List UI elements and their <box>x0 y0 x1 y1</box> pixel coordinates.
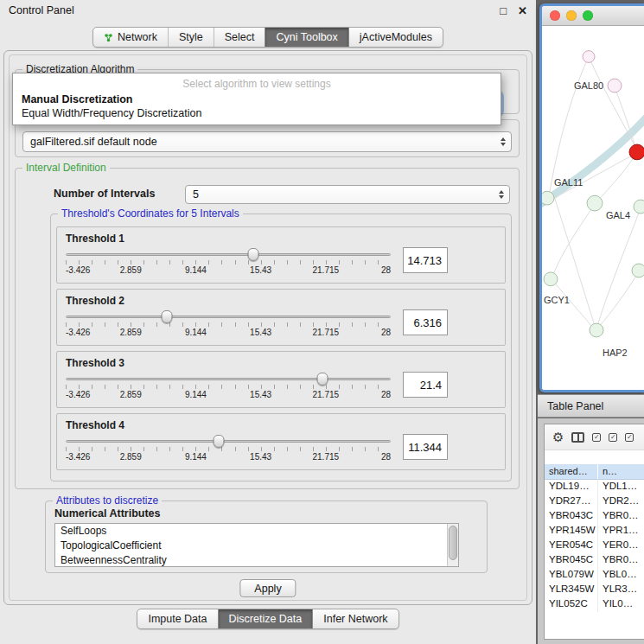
slider-track[interactable] <box>66 378 391 380</box>
column-header-name[interactable]: n… <box>598 464 644 480</box>
control-panel-window: Control Panel □ ✕ Network Style Select C… <box>0 0 536 644</box>
table-cell: YER054C <box>545 539 598 553</box>
tab-label: Infer Network <box>323 613 387 625</box>
close-icon[interactable]: ✕ <box>518 4 527 17</box>
list-item[interactable]: BetweennessCentrality <box>55 553 458 567</box>
close-traffic-light[interactable] <box>550 10 560 21</box>
table-row[interactable]: YBL079WYBL0… <box>545 568 644 583</box>
network-edges <box>542 56 644 327</box>
list-scrollbar[interactable] <box>447 524 458 566</box>
checkbox-icon[interactable]: ✓ <box>592 433 601 442</box>
table-row[interactable]: YDL19…YDL1… <box>545 480 644 494</box>
tab-style[interactable]: Style <box>168 28 214 47</box>
network-node-label: GAL80 <box>574 80 603 91</box>
list-item[interactable]: TopologicalCoefficient <box>55 539 458 553</box>
column-header-shared-name[interactable]: shared… <box>545 464 598 480</box>
scale-label: 2.859 <box>120 452 142 462</box>
network-node[interactable] <box>634 200 644 214</box>
table-row[interactable]: YDR27…YDR2… <box>545 494 644 509</box>
control-panel-titlebar: Control Panel □ ✕ <box>0 0 536 21</box>
table-rows: YDL19…YDL1…YDR27…YDR2…YBR043CYBR0…YPR145… <box>545 480 644 612</box>
network-view-window: GAL80GAL11GAL4GCY1HAP2 <box>539 3 644 392</box>
table-cell: YBR0… <box>598 553 644 568</box>
slider-thumb[interactable] <box>317 373 328 386</box>
scale-label: -3.426 <box>66 390 90 399</box>
network-canvas[interactable]: GAL80GAL11GAL4GCY1HAP2 <box>542 26 644 390</box>
number-of-intervals-combobox[interactable]: 5 <box>185 185 510 204</box>
checkbox-icon[interactable]: ✓ <box>625 433 634 442</box>
table-cell: YDL19… <box>545 480 598 494</box>
threshold-panel: Threshold 2 -3.4262.8599.14415.4321.7152… <box>56 289 506 346</box>
table-row[interactable]: YER054CYER0… <box>545 539 644 553</box>
threshold-value-field[interactable] <box>403 309 448 335</box>
group-title: Threshold's Coordinates for 5 Intervals <box>58 207 243 220</box>
gear-icon[interactable]: ⚙ <box>552 430 564 443</box>
table-cell: YPR1… <box>598 524 644 539</box>
slider-scale: -3.4262.8599.14415.4321.71528 <box>66 265 391 276</box>
numerical-attributes-list[interactable]: SelfLoopsTopologicalCoefficientBetweenne… <box>54 523 459 567</box>
threshold-value-field[interactable] <box>403 434 448 460</box>
table-toolbar: ⚙ ✓ ✓ ✓ <box>545 424 644 450</box>
zoom-traffic-light[interactable] <box>583 10 593 21</box>
apply-button[interactable]: Apply <box>239 579 296 597</box>
tab-select[interactable]: Select <box>214 28 265 47</box>
table-cell: YPR145W <box>545 524 598 539</box>
tab-discretize-data[interactable]: Discretize Data <box>218 609 313 628</box>
dropdown-option-equal-width[interactable]: Equal Width/Frequency Discretization <box>13 106 501 120</box>
table-cell: YBR043C <box>545 509 598 524</box>
combobox-value: 5 <box>193 188 199 201</box>
threshold-value-field[interactable] <box>403 247 448 273</box>
threshold-slider[interactable]: -3.4262.8599.14415.4321.71528 <box>66 309 391 341</box>
numerical-attributes-label: Numerical Attributes <box>54 507 160 520</box>
group-title: Attributes to discretize <box>53 494 162 507</box>
network-node[interactable] <box>544 272 558 286</box>
slider-track[interactable] <box>66 253 391 256</box>
network-node[interactable] <box>608 79 622 92</box>
tab-cyni-toolbox[interactable]: Cyni Toolbox <box>265 28 348 47</box>
table-row[interactable]: YPR145WYPR1… <box>545 524 644 539</box>
threshold-slider[interactable]: -3.4262.8599.14415.4321.71528 <box>66 434 391 465</box>
thresholds-group: Threshold's Coordinates for 5 Intervals … <box>50 214 512 481</box>
slider-track[interactable] <box>66 316 391 318</box>
tab-network[interactable]: Network <box>93 28 168 47</box>
table-data-combobox[interactable]: galFiltered.sif default node <box>22 131 512 152</box>
discretize-settings-panel: Discretization Algorithm Select algorith… <box>9 54 527 601</box>
table-row[interactable]: YBR045CYBR0… <box>545 553 644 568</box>
network-node[interactable] <box>632 264 644 277</box>
tab-infer-network[interactable]: Infer Network <box>312 609 398 628</box>
list-item[interactable]: SelfLoops <box>55 524 458 539</box>
threshold-slider[interactable]: -3.4262.8599.14415.4321.71528 <box>66 247 391 278</box>
node-table: ⚙ ✓ ✓ ✓ shared… n… YDL19…YDL1…YDR27…YDR2… <box>544 424 644 640</box>
threshold-panel: Threshold 4 -3.4262.8599.14415.4321.7152… <box>56 413 506 470</box>
slider-thumb[interactable] <box>248 248 259 261</box>
bottom-tab-bar: Impute Data Discretize Data Infer Networ… <box>0 609 536 629</box>
minimize-traffic-light[interactable] <box>566 10 577 21</box>
checkbox-icon[interactable]: ✓ <box>609 433 617 442</box>
threshold-slider[interactable]: -3.4262.8599.14415.4321.71528 <box>66 372 391 403</box>
scale-label: 21.715 <box>313 265 340 275</box>
network-node[interactable] <box>542 191 554 205</box>
network-node[interactable] <box>587 195 603 211</box>
tab-impute-data[interactable]: Impute Data <box>137 609 217 628</box>
restore-icon[interactable]: □ <box>500 4 507 17</box>
slider-scale: -3.4262.8599.14415.4321.71528 <box>66 390 391 400</box>
slider-thumb[interactable] <box>213 435 224 448</box>
threshold-panel: Threshold 1 -3.4262.8599.14415.4321.7152… <box>56 226 506 284</box>
threshold-panel: Threshold 3 -3.4262.8599.14415.4321.7152… <box>56 351 506 408</box>
threshold-value-field[interactable] <box>403 372 448 398</box>
table-row[interactable]: YIL052CYIL0… <box>545 597 644 612</box>
scale-label: 15.43 <box>250 265 271 275</box>
slider-thumb[interactable] <box>161 310 172 323</box>
table-cell: YDR2… <box>598 494 644 509</box>
slider-ticks <box>66 385 391 389</box>
table-row[interactable]: YLR345WYLR3… <box>545 583 644 597</box>
table-row[interactable]: YBR043CYBR0… <box>545 509 644 524</box>
columns-icon[interactable] <box>571 432 584 443</box>
tab-jactivemodules[interactable]: jActiveModules <box>348 28 443 47</box>
slider-track[interactable] <box>66 440 391 443</box>
network-node[interactable] <box>629 144 644 160</box>
dropdown-option-manual[interactable]: Manual Discretization <box>13 92 501 106</box>
network-node[interactable] <box>583 51 595 63</box>
scrollbar-thumb[interactable] <box>449 526 457 560</box>
network-node[interactable] <box>590 323 603 337</box>
